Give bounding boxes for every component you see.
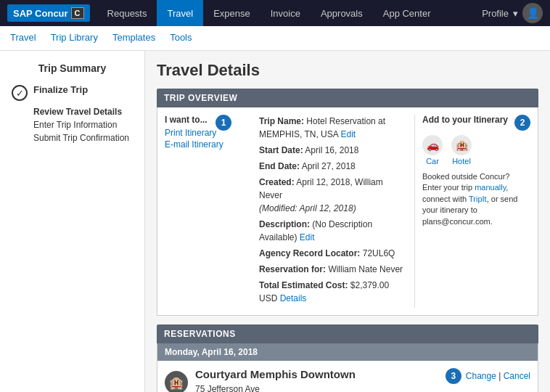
reservation-for-row: Reservation for: William Nate Never	[259, 263, 407, 276]
change-cancel-links: Change | Cancel	[466, 371, 530, 381]
total-cost-row: Total Estimated Cost: $2,379.00 USD Deta…	[259, 279, 407, 305]
hotel-itinerary-icon[interactable]: 🏨 Hotel	[451, 135, 472, 166]
end-date-row: End Date: April 27, 2018	[259, 160, 407, 173]
description-row: Description: (No Description Available) …	[259, 218, 407, 244]
finalize-label: Finalize Trip	[33, 84, 88, 95]
nav-travel[interactable]: Travel	[157, 0, 203, 26]
trip-overview-header: TRIP OVERVIEW	[157, 89, 538, 107]
agency-row: Agency Record Locator: 72UL6Q	[259, 247, 407, 260]
trip-summary-title: Trip Summary	[12, 62, 133, 74]
sub-nav-templates[interactable]: Templates	[112, 26, 155, 51]
itinerary-column: Add to your Itinerary 2 🚗 Car 🏨 Hotel	[414, 115, 530, 308]
page-title: Travel Details	[157, 61, 538, 80]
step-badge-1: 1	[216, 115, 231, 131]
sidebar-links: Review Travel Details Enter Trip Informa…	[12, 107, 133, 143]
itinerary-description: Booked outside Concur? Enter your trip m…	[422, 171, 530, 227]
car-itinerary-icon[interactable]: 🚗 Car	[422, 135, 443, 166]
details-link[interactable]: Details	[280, 293, 307, 303]
sidebar-link-submit[interactable]: Submit Trip Confirmation	[33, 133, 133, 143]
step-badge-3: 3	[446, 368, 461, 384]
reservations-header: RESERVATIONS	[157, 324, 538, 343]
reservation-date-header: Monday, April 16, 2018	[157, 343, 538, 361]
hotel-name: Courtyard Memphis Downtown	[195, 368, 438, 380]
check-circle-icon: ✓	[12, 85, 28, 101]
trip-overview-box: I want to... Print Itinerary E-mail Itin…	[157, 107, 538, 316]
main-content: Trip Summary ✓ Finalize Trip Review Trav…	[0, 51, 550, 392]
start-date-row: Start Date: April 16, 2018	[259, 144, 407, 157]
sidebar-link-enter[interactable]: Enter Trip Information	[33, 120, 133, 130]
trip-overview-section: TRIP OVERVIEW I want to... Print Itinera…	[157, 89, 538, 316]
nav-requests[interactable]: Requests	[97, 0, 157, 26]
sub-nav-travel[interactable]: Travel	[10, 26, 36, 51]
finalize-trip-section: ✓ Finalize Trip	[12, 84, 133, 101]
reservation-right-col: 3 Change | Cancel	[446, 368, 530, 392]
car-label: Car	[426, 157, 439, 166]
sap-logo: SAP Concur C	[7, 4, 90, 22]
nav-app-center[interactable]: App Center	[373, 0, 441, 26]
hotel-label: Hotel	[452, 157, 471, 166]
i-want-column: I want to... Print Itinerary E-mail Itin…	[165, 115, 230, 308]
change-link[interactable]: Change	[466, 371, 496, 381]
trip-name-row: Trip Name: Hotel Reservation at MEMPHIS,…	[259, 115, 407, 141]
trip-details-column: 1 Trip Name: Hotel Reservation at MEMPHI…	[237, 115, 407, 308]
top-nav: SAP Concur C Requests Travel Expense Inv…	[0, 0, 550, 26]
profile-area[interactable]: Profile ▾ 👤	[482, 3, 543, 23]
profile-label: Profile	[482, 8, 509, 19]
dropdown-icon: ▾	[513, 8, 518, 19]
sub-nav-trip-library[interactable]: Trip Library	[51, 26, 98, 51]
nav-approvals[interactable]: Approvals	[311, 0, 373, 26]
car-icon: 🚗	[422, 135, 443, 155]
hotel-icon: 🏨	[451, 135, 472, 155]
step-badge-3-wrap: 3 Change | Cancel	[446, 368, 530, 384]
itinerary-title: Add to your Itinerary	[422, 115, 508, 125]
nav-invoice[interactable]: Invoice	[260, 0, 311, 26]
travel-panel: Travel Details TRIP OVERVIEW I want to..…	[145, 51, 550, 392]
sidebar: Trip Summary ✓ Finalize Trip Review Trav…	[0, 51, 145, 392]
concur-box-icon: C	[71, 7, 84, 19]
hotel-address: 75 Jefferson Ave Memphis, Tennessee, 381…	[195, 383, 438, 392]
cancel-link[interactable]: Cancel	[504, 371, 530, 381]
sub-nav-tools[interactable]: Tools	[170, 26, 192, 51]
itinerary-icons: 🚗 Car 🏨 Hotel	[422, 135, 530, 166]
hotel-building-icon: 🏨	[165, 371, 188, 392]
step-badge-2: 2	[514, 115, 530, 131]
sap-text: SAP Concur	[13, 8, 68, 19]
nav-expense[interactable]: Expense	[203, 0, 260, 26]
sub-nav: Travel Trip Library Templates Tools	[0, 26, 550, 51]
trip-name-edit-link[interactable]: Edit	[340, 129, 356, 139]
created-row: Created: April 12, 2018, William Never (…	[259, 176, 407, 215]
avatar: 👤	[522, 3, 543, 23]
reservations-box: Monday, April 16, 2018 🏨 Courtyard Memph…	[157, 343, 538, 392]
manually-link[interactable]: manually	[475, 183, 506, 192]
hotel-reservation-item: 🏨 Courtyard Memphis Downtown 75 Jefferso…	[157, 361, 538, 392]
email-itinerary-link[interactable]: E-mail Itinerary	[165, 139, 230, 150]
tripit-link[interactable]: TripIt	[469, 195, 487, 203]
sidebar-link-review[interactable]: Review Travel Details	[33, 107, 133, 117]
desc-edit-link[interactable]: Edit	[300, 232, 315, 242]
reservation-details: Courtyard Memphis Downtown 75 Jefferson …	[195, 368, 438, 392]
main-nav-items: Requests Travel Expense Invoice Approval…	[97, 0, 483, 26]
reservations-section: RESERVATIONS Monday, April 16, 2018 🏨 Co…	[157, 324, 538, 392]
